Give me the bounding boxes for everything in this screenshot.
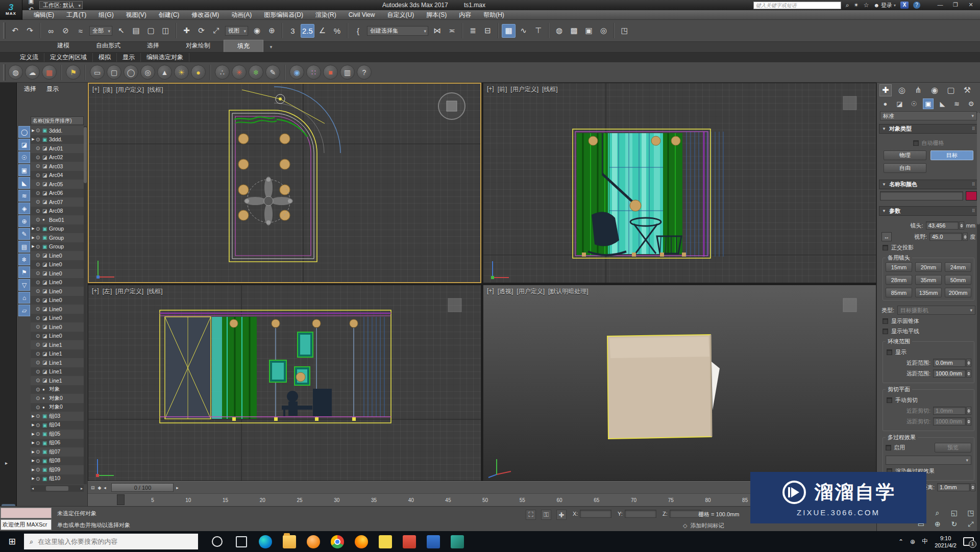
mp-preview-button[interactable]: 预览: [935, 443, 971, 453]
maximize-viewport-icon[interactable]: ⤢: [963, 518, 979, 530]
firefox-icon[interactable]: [355, 535, 368, 548]
material-editor-icon[interactable]: ◍: [552, 24, 566, 38]
ribbon-tab[interactable]: 自由形式: [83, 40, 134, 52]
viewcube[interactable]: [435, 90, 468, 122]
list-item[interactable]: ⊙ ◪ Line1: [31, 349, 84, 359]
visibility-eye-icon[interactable]: ⊙: [36, 387, 42, 392]
favorites-star-icon[interactable]: ☆: [864, 2, 869, 9]
primitive-donut-icon[interactable]: ◎: [140, 65, 155, 80]
expand-arrow-icon[interactable]: ▶: [31, 137, 36, 141]
list-item[interactable]: ⊙ ◪ Line0: [31, 260, 84, 269]
visibility-eye-icon[interactable]: ⊙: [36, 351, 42, 357]
near-clip-spinner[interactable]: [966, 407, 971, 415]
taskbar-search-input[interactable]: [38, 538, 176, 545]
visibility-eye-icon[interactable]: ⊙: [36, 449, 42, 455]
signin-button[interactable]: ☻登录▾: [873, 2, 896, 9]
fov-spinner[interactable]: [963, 233, 968, 241]
visibility-eye-icon[interactable]: ⊙: [36, 190, 42, 196]
visibility-eye-icon[interactable]: ⊙: [36, 155, 42, 160]
menu-item[interactable]: 图形编辑器(D): [258, 11, 309, 19]
viewport-label-segment[interactable]: [线框]: [147, 287, 163, 296]
notification-center-icon[interactable]: 1: [963, 537, 974, 546]
toolbar-grip[interactable]: [3, 22, 6, 39]
select-scale-icon[interactable]: ⤢: [209, 24, 223, 38]
layer-manager-icon[interactable]: ≣: [466, 24, 480, 38]
primitive-ellipse-icon[interactable]: ◯: [124, 65, 138, 80]
maxscript-mini-listener[interactable]: [1, 508, 52, 518]
list-item[interactable]: ▶ ⊙ ▣ Group: [31, 233, 84, 242]
visibility-eye-icon[interactable]: ⊙: [36, 324, 42, 330]
list-item[interactable]: ⊙ ◪ Line0: [31, 332, 84, 341]
rendered-frame-icon[interactable]: ▣: [582, 24, 596, 38]
signpost-icon[interactable]: ⚑: [66, 65, 81, 80]
menu-item[interactable]: 帮助(H): [477, 11, 510, 19]
near-range-field[interactable]: 0.0mm: [933, 359, 966, 367]
sunlight-icon[interactable]: ☀: [174, 65, 189, 80]
use-pivot-center-icon[interactable]: ◉: [250, 24, 264, 38]
list-item[interactable]: ⊙ ◪ Arc02: [31, 153, 84, 162]
selection-lock-icon[interactable]: ⚿: [541, 510, 551, 520]
glossy-sphere-icon[interactable]: ◉: [289, 65, 304, 80]
visibility-eye-icon[interactable]: ⊙: [36, 145, 42, 151]
mp-effect-dropdown[interactable]: ▾: [886, 456, 971, 465]
viewport-label-segment[interactable]: [前]: [498, 85, 507, 94]
visibility-eye-icon[interactable]: ⊙: [36, 128, 42, 133]
start-button[interactable]: ⊞: [0, 531, 24, 552]
menu-item[interactable]: 组(G): [92, 11, 119, 19]
viewport-label-segment[interactable]: [+]: [92, 287, 99, 296]
list-item[interactable]: ⊙ ◪ Line1: [31, 376, 84, 385]
rollout-header[interactable]: ▼参数⠿: [879, 206, 978, 216]
viewport-left-canvas[interactable]: [88, 285, 481, 481]
viewport-label-segment[interactable]: [默认明暗处理]: [548, 287, 589, 296]
visibility-eye-icon[interactable]: ⊙: [36, 172, 42, 178]
spray-icon[interactable]: ✳: [232, 65, 247, 80]
filter-xrefs-icon[interactable]: ⊕: [18, 215, 30, 227]
visibility-eye-icon[interactable]: ⊙: [36, 137, 42, 142]
chart-icon[interactable]: ▥: [340, 65, 355, 80]
ribbon-tab-options-icon[interactable]: ▾: [263, 42, 279, 52]
viewport-label-segment[interactable]: [线框]: [542, 85, 558, 94]
visibility-eye-icon[interactable]: ⊙: [36, 378, 42, 383]
list-item[interactable]: ⊙ ◪ Line0: [31, 287, 84, 296]
paint-icon[interactable]: ✎: [265, 65, 280, 80]
visibility-eye-icon[interactable]: ⊙: [36, 395, 42, 401]
task-view-icon[interactable]: [236, 536, 247, 547]
menu-item[interactable]: 视图(V): [120, 11, 153, 19]
viewport-label-segment[interactable]: [用户定义]: [116, 86, 144, 94]
visibility-eye-icon[interactable]: ⊙: [36, 181, 42, 187]
scene-explorer-toggle-icon[interactable]: ⊟: [481, 24, 495, 38]
list-item[interactable]: ⊙ ◪ Line1: [31, 367, 84, 377]
communication-center-icon[interactable]: ✴: [854, 2, 859, 9]
viewport-left[interactable]: [+][左][用户定义][线框]: [88, 285, 481, 481]
explorer-sort-header[interactable]: 名称(按升序排序): [31, 116, 84, 125]
absolute-offset-icon[interactable]: ✚: [556, 510, 567, 520]
list-item[interactable]: ▶ ⊙ ▣ Group: [31, 242, 84, 252]
explorer-menu-item[interactable]: 选择: [24, 85, 36, 93]
z-coord-field[interactable]: [670, 510, 701, 518]
far-clip-spinner[interactable]: [966, 417, 971, 425]
expand-arrow-icon[interactable]: ▶: [31, 227, 36, 231]
close-button[interactable]: ✕: [964, 1, 978, 10]
far-range-field[interactable]: 1000.0mm: [933, 369, 966, 378]
ribbon-tab[interactable]: 对象绘制: [173, 40, 224, 52]
search-icon[interactable]: ⌕: [846, 2, 849, 9]
color-dots-icon[interactable]: ∷: [306, 65, 321, 80]
viewcube[interactable]: [836, 291, 864, 319]
menu-item[interactable]: 编辑(E): [28, 11, 60, 19]
visibility-eye-icon[interactable]: ⊙: [36, 208, 42, 214]
orbit-icon[interactable]: ↻: [946, 518, 963, 530]
far-clip-field[interactable]: 1000.0mm: [933, 417, 966, 425]
object-color-swatch[interactable]: [966, 191, 977, 200]
toolbar-grip[interactable]: [3, 64, 6, 81]
filter-materials-icon[interactable]: ▱: [18, 305, 30, 316]
align-icon[interactable]: ≍: [445, 24, 459, 38]
autogrid-checkbox[interactable]: [913, 140, 919, 146]
visibility-eye-icon[interactable]: ⊙: [36, 431, 42, 437]
viewport-label-segment[interactable]: [线框]: [148, 86, 163, 94]
list-item[interactable]: ⊙ ◪ Line0: [31, 251, 84, 260]
rect-select-region-icon[interactable]: ▢: [144, 24, 158, 38]
filter-helpers-icon[interactable]: ◣: [18, 177, 30, 189]
list-item[interactable]: ⊙ ◪ Arc05: [31, 180, 84, 189]
menu-item[interactable]: 动画(A): [225, 11, 258, 19]
list-item[interactable]: ⊙ ◪ Line0: [31, 269, 84, 278]
